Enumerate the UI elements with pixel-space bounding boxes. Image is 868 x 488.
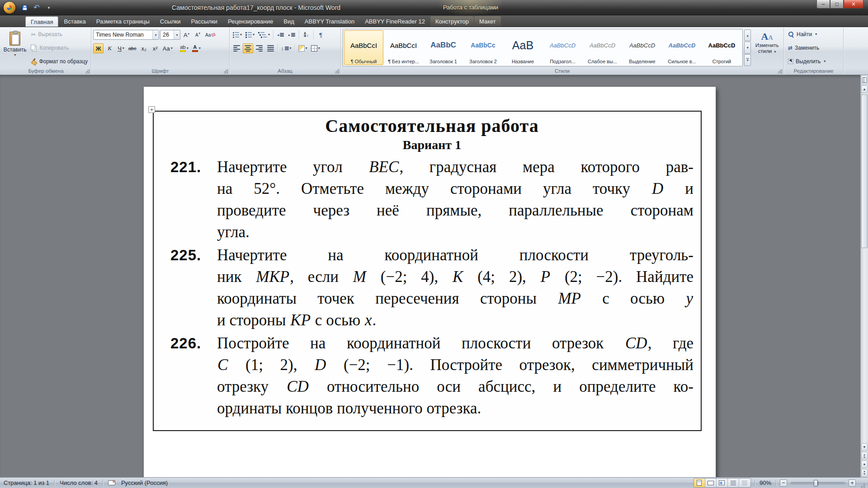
tab-table-design[interactable]: Конструктор <box>430 16 474 27</box>
styles-scroll-up-button[interactable]: ▲ <box>744 29 751 41</box>
tab-insert[interactable]: Вставка <box>59 16 90 27</box>
style-normal[interactable]: AaBbCcI¶ Обычный <box>344 30 383 65</box>
tab-abbyy-finereader[interactable]: ABBYY FineReader 12 <box>360 16 430 27</box>
style-strong[interactable]: AaBbCcDСтрогий <box>702 30 741 65</box>
resize-grip-icon[interactable] <box>859 480 865 486</box>
language-indicator[interactable]: Русский (Россия) <box>120 479 169 486</box>
show-formatting-marks-button[interactable]: ¶ <box>316 30 326 40</box>
increase-indent-button[interactable]: ▸ <box>287 30 297 40</box>
style-intense-emphasis[interactable]: AaBbCcDСильное в... <box>662 30 702 65</box>
spellcheck-status[interactable] <box>107 480 116 485</box>
subscript-button[interactable]: x₂ <box>139 43 149 53</box>
page-indicator[interactable]: Страница: 1 из 1 <box>3 479 50 486</box>
clipboard-dialog-launcher[interactable] <box>85 69 90 73</box>
print-layout-view-button[interactable] <box>694 479 705 487</box>
chevron-down-icon[interactable]: ▾ <box>174 30 180 39</box>
draft-view-button[interactable] <box>739 479 750 487</box>
web-layout-view-button[interactable] <box>717 479 728 487</box>
format-painter-button[interactable]: Формат по образцу <box>29 58 89 65</box>
zoom-in-button[interactable]: + <box>849 479 856 487</box>
zoom-out-button[interactable]: − <box>780 479 787 487</box>
scanned-worksheet[interactable]: + Самостоятельная работа Вариант 1 221. … <box>153 111 702 431</box>
align-center-button[interactable] <box>243 43 253 53</box>
zoom-slider[interactable] <box>791 482 845 484</box>
select-button[interactable]: Выделить ▾ <box>787 58 827 65</box>
font-name-combo[interactable]: Times New Roman ▾ <box>93 30 159 40</box>
find-button[interactable]: Найти ▾ <box>787 31 827 38</box>
minimize-button[interactable]: – <box>816 0 830 9</box>
scrollbar-track[interactable] <box>861 94 868 443</box>
shrink-font-button[interactable]: А▾ <box>193 30 203 40</box>
style-no-spacing[interactable]: AaBbCcI¶ Без интер... <box>384 30 423 65</box>
tab-mailings[interactable]: Рассылки <box>186 16 222 27</box>
tab-page-layout[interactable]: Разметка страницы <box>91 16 155 27</box>
style-title[interactable]: AaBНазвание <box>503 30 542 65</box>
style-emphasis[interactable]: AaBbCcDВыделение <box>623 30 662 65</box>
tab-table-layout[interactable]: Макет <box>474 16 501 27</box>
scroll-up-button[interactable]: ▲ <box>861 85 868 93</box>
highlight-color-button[interactable]: ab ▾ <box>179 43 190 53</box>
italic-button[interactable]: К <box>104 43 115 53</box>
tab-abbyy-translation[interactable]: ABBYY Translation <box>300 16 359 27</box>
previous-page-button[interactable]: ▲▲ <box>861 452 868 460</box>
tab-references[interactable]: Ссылки <box>155 16 186 27</box>
numbering-button[interactable]: ▾ <box>244 30 256 40</box>
change-styles-button[interactable]: AA Изменить стили ▾ <box>752 29 782 66</box>
outline-view-button[interactable] <box>728 479 739 487</box>
bold-button[interactable]: Ж <box>93 43 104 53</box>
quick-access-dropdown[interactable]: ▾ <box>44 3 53 12</box>
strikethrough-button[interactable]: abc <box>127 43 138 53</box>
table-move-handle-icon[interactable]: + <box>148 106 155 113</box>
office-button[interactable] <box>4 2 15 14</box>
next-page-button[interactable]: ▼▼ <box>861 469 868 477</box>
shading-button[interactable]: ▾ <box>297 43 309 53</box>
font-color-button[interactable]: А ▾ <box>191 43 202 53</box>
ruler-toggle-button[interactable] <box>861 75 868 84</box>
select-browse-object-button[interactable]: ● <box>861 460 868 468</box>
align-right-button[interactable] <box>254 43 264 53</box>
styles-scroll-down-button[interactable]: ▼ <box>744 42 751 53</box>
styles-dialog-launcher[interactable] <box>778 69 782 73</box>
bullets-button[interactable]: ▾ <box>231 30 243 40</box>
style-subtle-emphasis[interactable]: AaBbCcDСлабое вы... <box>583 30 622 65</box>
underline-button[interactable]: Ч▾ <box>116 43 126 53</box>
styles-gallery: AaBbCcI¶ Обычный AaBbCcI¶ Без интер... A… <box>343 29 743 66</box>
styles-expand-button[interactable]: ▼ <box>744 54 751 66</box>
clear-formatting-button[interactable]: Аа <box>204 30 217 40</box>
scrollbar-thumb[interactable] <box>861 94 868 248</box>
paragraph-dialog-launcher[interactable] <box>335 69 339 73</box>
decrease-indent-button[interactable]: ◂ <box>275 30 286 40</box>
paste-button[interactable]: Вставить ▾ <box>3 29 27 66</box>
replace-button[interactable]: ⇄ Заменить <box>787 44 827 52</box>
word-count[interactable]: Число слов: 4 <box>59 479 99 486</box>
cut-button[interactable]: ✂ Вырезать <box>29 31 89 38</box>
line-spacing-button[interactable]: ↕▾ <box>280 43 293 53</box>
style-heading1[interactable]: AaBbCЗаголовок 1 <box>424 30 463 65</box>
tab-review[interactable]: Рецензирование <box>223 16 278 27</box>
grow-font-button[interactable]: А▴ <box>181 30 192 40</box>
scroll-down-button[interactable]: ▼ <box>861 443 868 451</box>
chevron-down-icon[interactable]: ▾ <box>152 30 159 39</box>
style-subtitle[interactable]: AaBbCcDПодзагол... <box>543 30 582 65</box>
save-button[interactable] <box>20 3 29 12</box>
justify-button[interactable] <box>265 43 276 53</box>
style-heading2[interactable]: AaBbCcЗаголовок 2 <box>463 30 503 65</box>
font-size-combo[interactable]: 26 ▾ <box>160 30 180 40</box>
undo-button[interactable]: ↶ <box>32 3 41 12</box>
superscript-button[interactable]: x² <box>150 43 160 53</box>
borders-button[interactable]: ▾ <box>310 43 321 53</box>
fullscreen-reading-view-button[interactable] <box>705 479 717 487</box>
restore-button[interactable]: □ <box>830 0 844 9</box>
sort-button[interactable]: АЯ↓ <box>301 30 311 40</box>
change-case-button[interactable]: Аа▾ <box>161 43 174 53</box>
document-page[interactable]: + Самостоятельная работа Вариант 1 221. … <box>144 87 716 477</box>
zoom-slider-thumb[interactable] <box>814 480 818 487</box>
copy-button[interactable]: Копировать <box>29 44 89 52</box>
tab-home[interactable]: Главная <box>25 16 58 27</box>
zoom-level[interactable]: 90% <box>759 479 772 486</box>
font-dialog-launcher[interactable] <box>224 69 228 73</box>
close-button[interactable]: × <box>844 0 863 9</box>
tab-view[interactable]: Вид <box>278 16 299 27</box>
multilevel-list-button[interactable]: ▾ <box>257 30 271 40</box>
align-left-button[interactable] <box>231 43 242 53</box>
